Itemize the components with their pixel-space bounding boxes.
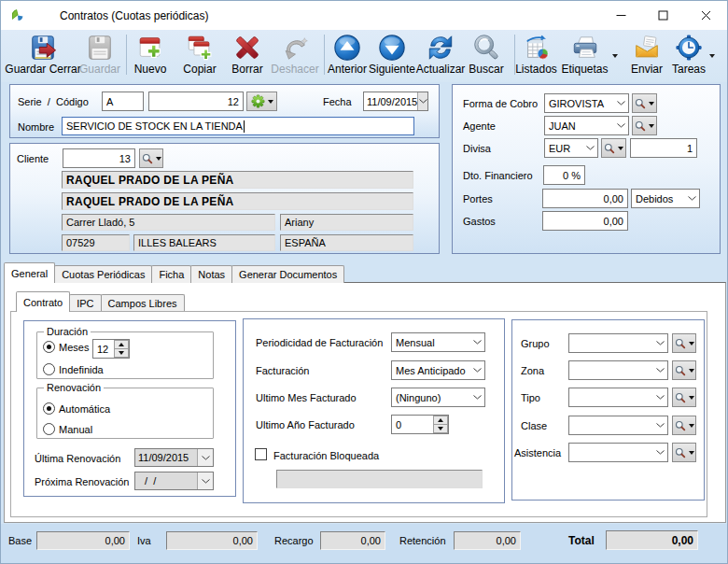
window-title: Contratos (Cuotas periódicas) <box>60 9 208 22</box>
actualizar-button[interactable]: Actualizar <box>414 35 467 78</box>
guardar-button[interactable]: Guardar <box>79 35 120 78</box>
text-caret <box>244 120 245 133</box>
tab-ficha[interactable]: Ficha <box>151 265 191 283</box>
tareas-button[interactable]: Tareas <box>669 35 708 78</box>
spinner-up-button[interactable] <box>433 416 448 425</box>
etiquetas-button[interactable]: Etiquetas <box>560 35 609 78</box>
tab-general[interactable]: General <box>4 262 55 283</box>
nuevo-button[interactable]: Nuevo <box>132 35 169 78</box>
buscar-button[interactable]: Buscar <box>468 35 505 78</box>
meses-spinner[interactable]: 12 <box>92 339 130 359</box>
tab-notas[interactable]: Notas <box>190 265 232 283</box>
spinner-down-button[interactable] <box>433 425 448 433</box>
chevron-down-icon <box>156 157 161 161</box>
zona-select[interactable] <box>568 360 668 380</box>
ultima-renovacion-datepicker[interactable]: 11/09/2015 <box>134 448 214 467</box>
fecha-datepicker[interactable]: 11/09/2015 <box>363 92 428 111</box>
divisa-cambio-input[interactable]: 1 <box>630 138 697 158</box>
indefinida-label: Indefinida <box>59 364 104 375</box>
anterior-button[interactable]: Anterior <box>325 35 370 78</box>
outer-tabstrip: General Cuotas Periódicas Ficha Notas Ge… <box>4 262 343 283</box>
spinner-down-button[interactable] <box>114 349 129 358</box>
forma-de-cobro-lookup-button[interactable] <box>632 93 657 113</box>
ultimo-ano-spinner[interactable]: 0 <box>391 415 449 434</box>
search-icon <box>472 34 500 62</box>
codigo-input[interactable]: 12 <box>148 92 244 111</box>
grupo-lookup-button[interactable] <box>672 333 696 353</box>
titlebar: Contratos (Cuotas periódicas) <box>1 1 727 30</box>
facturacion-select[interactable]: Mes Anticipado <box>391 360 485 380</box>
asistencia-lookup-button[interactable] <box>672 443 696 462</box>
tipo-lookup-button[interactable] <box>672 388 696 407</box>
ultimo-mes-select[interactable]: (Ninguno) <box>391 388 485 407</box>
automatica-radio[interactable] <box>43 402 55 415</box>
spinner-up-button[interactable] <box>114 340 129 349</box>
zona-label: Zona <box>521 365 544 376</box>
tab-campos-libres[interactable]: Campos Libres <box>101 294 185 311</box>
siguiente-button[interactable]: Siguiente <box>368 35 416 78</box>
toolbar-button-label: Deshacer <box>271 63 318 75</box>
enviar-button[interactable]: Enviar <box>628 35 665 78</box>
magnifier-icon <box>675 365 686 376</box>
tareas-dropdown-arrow[interactable] <box>709 54 715 58</box>
close-button[interactable] <box>685 1 727 30</box>
cliente-cp-field: 07529 <box>62 234 130 251</box>
tab-contrato[interactable]: Contrato <box>16 291 70 312</box>
deshacer-button[interactable]: Deshacer <box>269 35 321 78</box>
chevron-down-icon <box>582 146 597 150</box>
guardar-cerrar-button[interactable]: Guardar Cerrar <box>6 35 80 78</box>
app-logo-icon <box>9 7 25 23</box>
chevron-down-icon <box>618 147 623 150</box>
dto-financiero-input[interactable]: 0 % <box>543 165 585 185</box>
manual-radio[interactable] <box>43 423 55 435</box>
proxima-renovacion-datepicker[interactable]: / / <box>134 472 214 490</box>
divisa-select[interactable]: EUR <box>544 138 598 158</box>
clase-select[interactable] <box>568 416 668 435</box>
etiquetas-dropdown-arrow[interactable] <box>612 54 618 58</box>
toolbar-button-label: Enviar <box>631 63 663 75</box>
toolbar: Guardar Cerrar Guardar <box>1 30 727 82</box>
gastos-input[interactable]: 0,00 <box>542 211 628 231</box>
cliente-codigo-input[interactable]: 13 <box>63 148 135 168</box>
copiar-button[interactable]: Copiar <box>179 35 220 78</box>
nombre-input[interactable]: SERVICIO DE STOCK EN LA TIENDA <box>62 117 414 135</box>
tipo-select[interactable] <box>568 388 668 407</box>
toolbar-button-label: Buscar <box>469 63 503 75</box>
facturacion-bloqueada-checkbox[interactable] <box>255 448 267 460</box>
meses-radio[interactable] <box>43 341 55 353</box>
listados-button[interactable]: Listados <box>515 35 557 78</box>
tab-ipc[interactable]: IPC <box>69 294 101 311</box>
recargo-field: 0,00 <box>320 531 385 550</box>
tab-cuotas-periodicas[interactable]: Cuotas Periódicas <box>54 265 152 283</box>
zona-lookup-button[interactable] <box>672 360 696 380</box>
agente-lookup-button[interactable] <box>632 116 657 135</box>
duracion-groupbox: Duración Meses 12 Indefinida Renovación … <box>23 320 236 497</box>
duracion-legend: Duración <box>44 326 91 337</box>
serie-codigo-label: Serie / Código <box>18 96 89 107</box>
cliente-nombre-comercial-field: RAQUEL PRADO DE LA PEÑA <box>62 192 413 210</box>
portes-tipo-select[interactable]: Debidos <box>631 189 700 208</box>
retencion-label: Retención <box>399 535 446 546</box>
save-icon <box>86 34 114 62</box>
cliente-nombre-fiscal-field: RAQUEL PRADO DE LA PEÑA <box>62 171 413 189</box>
clase-lookup-button[interactable] <box>672 416 696 435</box>
asistencia-select[interactable] <box>568 443 668 462</box>
tab-generar-documentos[interactable]: Generar Documentos <box>231 265 344 283</box>
periodicidad-select[interactable]: Mensual <box>391 332 485 352</box>
minimize-button[interactable] <box>600 1 642 30</box>
indefinida-radio[interactable] <box>43 363 55 375</box>
cliente-lookup-button[interactable] <box>139 148 163 168</box>
facturacion-label: Facturación <box>256 365 309 376</box>
total-field: 0,00 <box>606 530 698 550</box>
grupo-select[interactable] <box>568 333 668 353</box>
chevron-down-icon <box>197 472 213 489</box>
codigo-options-button[interactable] <box>246 92 277 111</box>
portes-input[interactable]: 0,00 <box>542 189 628 208</box>
agente-select[interactable]: JUAN <box>544 116 629 135</box>
borrar-button[interactable]: Borrar <box>228 35 267 78</box>
maximize-button[interactable] <box>642 1 684 30</box>
triangle-down-icon <box>438 427 443 430</box>
divisa-lookup-button[interactable] <box>601 138 626 158</box>
serie-input[interactable]: A <box>102 92 144 111</box>
forma-de-cobro-select[interactable]: GIROVISTA <box>544 93 629 113</box>
